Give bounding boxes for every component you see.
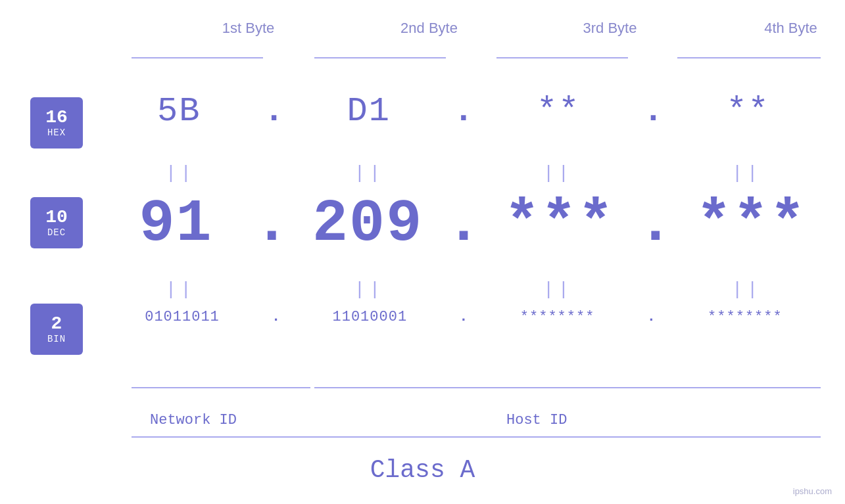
network-id-label: Network ID <box>150 412 237 428</box>
eq-db-4: || <box>675 279 819 300</box>
host-id-label: Host ID <box>506 412 567 428</box>
hex-badge: 16 HEX <box>30 97 83 149</box>
eq-hd-3: || <box>486 163 631 183</box>
watermark: ipshu.com <box>793 486 832 496</box>
hex-badge-label: HEX <box>47 127 66 138</box>
bin-b1: 01011011 <box>110 309 254 325</box>
eq-hd-1: || <box>108 163 253 183</box>
dot-bin-1: . <box>270 309 281 325</box>
hex-badge-num: 16 <box>45 108 68 128</box>
dec-b1: 91 <box>103 191 248 258</box>
dot-dec-3: . <box>635 191 676 258</box>
dec-row: 91 . 209 . *** . *** <box>102 191 825 258</box>
dec-b3: *** <box>487 191 632 258</box>
bin-badge: 2 BIN <box>30 304 83 355</box>
hex-b1: 5B <box>107 92 251 131</box>
hex-b4: ** <box>676 92 821 131</box>
hex-b3: ** <box>486 92 631 131</box>
dec-b2: 209 <box>295 191 440 258</box>
dec-badge-label: DEC <box>47 227 66 238</box>
bin-b4: ******** <box>673 309 817 325</box>
dot-hex-3: . <box>640 92 666 131</box>
hex-b2: D1 <box>297 92 441 131</box>
dot-bin-2: . <box>458 309 469 325</box>
bin-badge-label: BIN <box>47 334 66 344</box>
eq-db-3: || <box>486 279 631 300</box>
class-label: Class A <box>370 456 475 484</box>
equals-dec-bin: || || || || <box>102 279 825 300</box>
hex-row: 5B . D1 . ** . ** <box>102 92 825 131</box>
dot-dec-2: . <box>443 191 484 258</box>
dot-dec-1: . <box>251 191 292 258</box>
dot-bin-3: . <box>646 309 657 325</box>
eq-hd-2: || <box>297 163 441 183</box>
eq-db-2: || <box>297 279 441 300</box>
eq-db-1: || <box>108 279 253 300</box>
bin-row: 01011011 . 11010001 . ******** . *******… <box>102 309 825 325</box>
bin-b2: 11010001 <box>297 309 442 325</box>
bin-badge-num: 2 <box>51 314 62 334</box>
dot-hex-2: . <box>450 92 476 131</box>
byte3-header: 3rd Byte <box>538 20 683 37</box>
dot-hex-1: . <box>261 92 287 131</box>
bin-b3: ******** <box>485 309 630 325</box>
byte1-header: 1st Byte <box>176 20 321 37</box>
byte2-header: 2nd Byte <box>357 20 502 37</box>
equals-hex-dec: || || || || <box>102 163 825 183</box>
dec-badge: 10 DEC <box>30 197 83 248</box>
eq-hd-4: || <box>675 163 819 183</box>
dec-badge-num: 10 <box>45 208 68 228</box>
dec-b4: *** <box>679 191 824 258</box>
byte4-header: 4th Byte <box>719 20 846 37</box>
